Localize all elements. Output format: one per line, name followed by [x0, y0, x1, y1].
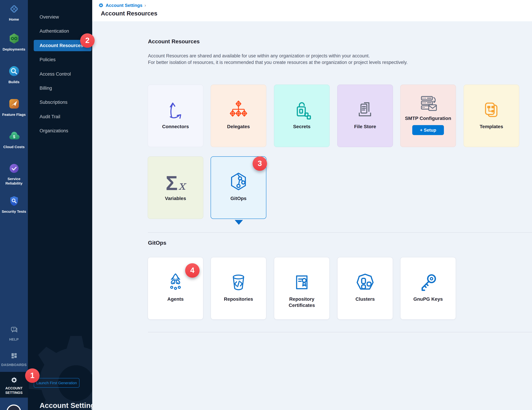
- gitops-pointer-triangle: [235, 220, 243, 225]
- card-repositories[interactable]: Repositories: [211, 257, 266, 320]
- rail-label: Feature Flags: [1, 112, 27, 117]
- card-label: Templates: [476, 123, 506, 129]
- sidenav-footer-title: Account Settings: [39, 401, 92, 410]
- connectors-icon: [148, 85, 203, 123]
- sidenav-item-access-control[interactable]: Access Control: [28, 67, 92, 81]
- rail-item-help[interactable]: ? HELP: [0, 326, 28, 342]
- rail-label: Cloud Costs: [2, 145, 26, 149]
- module-rail: Home Deployments Builds Feature Flags $ …: [0, 0, 28, 410]
- builds-icon: [8, 65, 20, 78]
- card-label: Agents: [164, 296, 187, 302]
- sidenav-item-organizations[interactable]: Organizations: [28, 124, 92, 138]
- section-divider-top: [148, 232, 532, 233]
- variables-icon: Σx: [148, 157, 203, 195]
- delegates-icon: [211, 85, 266, 123]
- page-header: [92, 0, 532, 21]
- card-label: Repository Certificates: [274, 296, 329, 308]
- gear-watermark: [28, 327, 92, 410]
- breadcrumb-account-settings-link[interactable]: Account Settings: [106, 3, 142, 8]
- rail-item-dashboards[interactable]: DASHBOARDS: [0, 352, 28, 367]
- card-label: Delegates: [224, 123, 253, 129]
- rail-label: Home: [8, 17, 20, 21]
- service-reliability-icon: [9, 163, 19, 175]
- smtp-configuration-icon: [400, 85, 456, 115]
- rail-item-service-reliability[interactable]: Service Reliability: [0, 163, 28, 185]
- security-tests-icon: [9, 196, 19, 208]
- step-badge-4: 4: [185, 263, 200, 278]
- clusters-icon: [338, 257, 393, 296]
- description-line-1: Account Resources are shared and availab…: [148, 53, 408, 59]
- templates-icon: [464, 85, 519, 123]
- svg-text:$: $: [13, 135, 15, 139]
- svg-text:?: ?: [13, 327, 14, 330]
- rail-item-security-tests[interactable]: Security Tests: [0, 196, 28, 214]
- sidenav-item-billing[interactable]: Billing: [28, 81, 92, 95]
- smtp-setup-button[interactable]: + Setup: [412, 125, 444, 135]
- sidenav-item-subscriptions[interactable]: Subscriptions: [28, 95, 92, 110]
- rail-item-home[interactable]: Home: [0, 3, 28, 21]
- card-repository-certificates[interactable]: Repository Certificates: [274, 257, 330, 320]
- card-templates[interactable]: Templates: [464, 84, 519, 147]
- dashboards-icon: [10, 352, 18, 362]
- rail-item-feature-flags[interactable]: Feature Flags: [0, 98, 28, 117]
- section-divider-bottom: [148, 332, 532, 332]
- rail-item-account-settings[interactable]: ACCOUNT SETTINGS: [0, 377, 28, 395]
- rail-item-builds[interactable]: Builds: [0, 65, 28, 84]
- card-secrets[interactable]: Secrets: [274, 84, 330, 147]
- card-label: Clusters: [352, 296, 378, 302]
- card-label: GnuPG Keys: [410, 296, 446, 302]
- deployments-icon: [8, 33, 20, 46]
- breadcrumb: Account Settings ›: [98, 3, 146, 8]
- home-icon: [9, 3, 19, 16]
- rail-label: Security Tests: [1, 209, 27, 214]
- launch-first-generation-button[interactable]: Launch First Generation: [34, 378, 79, 388]
- gnupg-keys-icon: [400, 257, 456, 296]
- description-line-2: For better isolation of resources, it is…: [148, 59, 408, 66]
- rail-item-cloud-costs[interactable]: $ Cloud Costs: [0, 130, 28, 149]
- help-icon: ?: [10, 326, 19, 336]
- card-file-store[interactable]: File Store: [337, 84, 393, 147]
- secrets-icon: [274, 85, 329, 123]
- step-badge-1: 1: [25, 368, 39, 383]
- card-label: Repositories: [220, 296, 256, 302]
- card-label: Variables: [162, 195, 190, 201]
- card-label: Secrets: [290, 123, 314, 129]
- rail-label: Deployments: [1, 47, 26, 51]
- rail-label: Builds: [7, 80, 20, 84]
- card-variables[interactable]: Σx Variables: [148, 156, 203, 219]
- section-description: Account Resources are shared and availab…: [148, 53, 408, 66]
- breadcrumb-chevron: ›: [144, 3, 146, 8]
- account-settings-sidenav: Overview Authentication Account Resource…: [28, 0, 92, 410]
- sidenav-item-audit-trail[interactable]: Audit Trail: [28, 109, 92, 124]
- sidenav-item-policies[interactable]: Policies: [28, 53, 92, 67]
- card-gnupg-keys[interactable]: GnuPG Keys: [400, 257, 456, 320]
- step-badge-2: 2: [80, 33, 95, 48]
- card-label: File Store: [351, 123, 380, 129]
- card-label: Connectors: [159, 123, 192, 129]
- repository-certificates-icon: [274, 257, 329, 296]
- settings-gear-icon: [98, 3, 104, 8]
- card-label: GitOps: [227, 195, 250, 201]
- sidenav-list: Overview Authentication Account Resource…: [28, 10, 92, 138]
- account-settings-gear-icon: [10, 377, 17, 385]
- step-badge-3: 3: [253, 156, 267, 171]
- user-avatar[interactable]: MC: [7, 404, 21, 410]
- repositories-icon: [211, 257, 266, 296]
- rail-label: ACCOUNT SETTINGS: [0, 386, 28, 395]
- gitops-section-title: GitOps: [148, 240, 166, 246]
- cloud-costs-icon: $: [8, 130, 20, 143]
- card-delegates[interactable]: Delegates: [211, 84, 266, 147]
- feature-flags-icon: [8, 98, 20, 111]
- file-store-icon: [338, 85, 393, 123]
- card-label: SMTP Configuration: [402, 115, 455, 121]
- card-clusters[interactable]: Clusters: [337, 257, 393, 320]
- rail-label: Service Reliability: [0, 177, 28, 185]
- page-title: Account Resources: [101, 10, 157, 17]
- harness-account-resources-page: Account Settings › Account Resources Acc…: [0, 0, 532, 410]
- card-smtp-configuration[interactable]: SMTP Configuration + Setup: [400, 84, 456, 147]
- rail-label: DASHBOARDS: [0, 363, 28, 367]
- section-title: Account Resources: [148, 38, 200, 45]
- sidenav-item-overview[interactable]: Overview: [28, 10, 92, 24]
- rail-item-deployments[interactable]: Deployments: [0, 33, 28, 51]
- card-connectors[interactable]: Connectors: [148, 84, 203, 147]
